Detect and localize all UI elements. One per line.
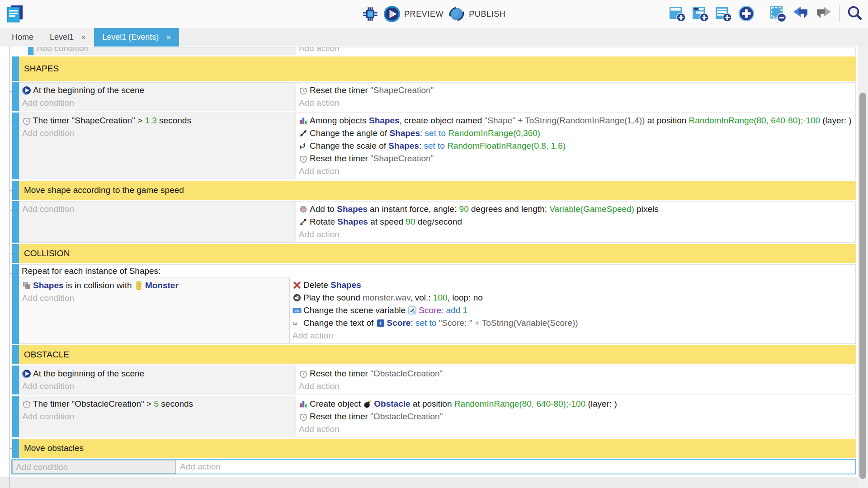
action-line[interactable]: Reset the timer "ObstacleCreation" [299,367,853,380]
add-action-link[interactable]: Add action [299,165,853,178]
event-marker[interactable] [12,82,19,111]
event-marker[interactable] [12,439,19,458]
conditions-cell[interactable]: Add condition [19,201,296,243]
condition-line[interactable]: At the beginning of the scene [22,367,293,380]
app-logo-icon[interactable] [5,5,24,23]
undo-button[interactable] [792,5,809,22]
conditions-cell[interactable]: At the beginning of the sceneAdd conditi… [19,366,296,394]
redo-button[interactable] [815,5,832,22]
condition-line[interactable]: The timer "ObstacleCreation" > 5 seconds [22,398,293,410]
group-row[interactable]: SHAPES [12,56,856,81]
add-action-link[interactable]: Add action [299,423,853,436]
add-action-link[interactable]: Add action [299,380,853,393]
condition-line[interactable]: Shapes is in collision with Monster [22,279,287,292]
event-marker[interactable] [12,396,19,437]
text-segment: pixels [634,204,659,214]
add-condition-link[interactable]: Add condition [22,203,293,216]
conditions-cell[interactable]: The timer "ObstacleCreation" > 5 seconds… [19,396,296,437]
event-marker[interactable] [12,345,19,364]
add-condition-link[interactable]: Add condition [16,460,175,474]
action-line[interactable]: Reset the timer "ShapeCreation" [299,152,853,165]
add-action-link[interactable]: Add action [180,460,221,473]
tab-close-icon[interactable]: × [81,33,86,42]
action-line[interactable]: Add to Shapes an instant force, angle: 9… [299,203,853,216]
add-comment-button[interactable] [715,5,732,22]
actions-cell[interactable]: Add action [176,460,221,474]
actions-cell[interactable]: Reset the timer "ShapeCreation"Add actio… [296,82,856,111]
actions-cell[interactable]: Add to Shapes an instant force, angle: 9… [296,201,856,243]
conditions-cell[interactable]: Add condition [12,460,176,474]
action-line[interactable]: Change the angle of Shapes: set to Rando… [299,127,853,140]
add-condition-link[interactable]: Add condition [22,127,293,140]
play-icon [383,5,401,23]
event-marker[interactable] [12,181,19,200]
text-segment: Obstacle [374,399,410,408]
rotate-icon [299,217,308,226]
delete-selection-button[interactable] [769,5,786,22]
group-row[interactable]: Move shape according to the game speed [12,181,856,200]
event-marker[interactable] [12,366,19,394]
text-segment: Shapes [389,128,420,138]
action-line[interactable]: Rotate Shapes at speed 90 deg/second [299,216,853,228]
event-marker[interactable] [28,47,33,55]
condition-line[interactable]: The timer "ShapeCreation" > 1.3 seconds [22,114,293,127]
add-action-link[interactable]: Add action [299,228,853,241]
add-subevent-button[interactable] [692,5,709,22]
preview-button[interactable]: PREVIEW [383,5,443,23]
action-line[interactable]: VarChange the scene variable Score: add … [292,304,853,317]
action-line[interactable]: Play the sound monster.wav, vol.: 100, l… [292,291,853,304]
conditions-cell[interactable]: Shapes is in collision with MonsterAdd c… [19,277,290,343]
action-line[interactable]: Among objects Shapes, create object name… [299,114,853,127]
add-condition-link[interactable]: Add condition [22,380,293,393]
group-row[interactable]: Move obstacles [12,439,856,458]
group-row[interactable]: OBSTACLE [12,345,856,364]
action-line[interactable]: Change the scale of Shapes: set to Rando… [299,140,853,152]
event-marker[interactable] [12,56,19,81]
event-marker[interactable] [12,264,19,344]
action-line[interactable]: Reset the timer "ShapeCreation" [299,84,853,97]
condition-line[interactable]: At the beginning of the scene [22,84,293,97]
action-line[interactable]: Delete Shapes [292,279,853,291]
monster-icon [134,281,143,290]
event-marker[interactable] [12,201,19,243]
publish-button[interactable]: PUBLISH [448,5,505,23]
selected-event-row[interactable]: Add conditionAdd action [11,459,856,474]
actions-cell[interactable]: Reset the timer "ObstacleCreation"Add ac… [296,366,856,394]
add-event-button[interactable] [669,5,686,22]
action-line[interactable]: txtChange the text of TScore: set to "Sc… [292,317,853,329]
add-event-circle-button[interactable] [738,5,755,22]
action-line[interactable]: Create object Obstacle at position Rando… [299,398,853,410]
actions-cell[interactable]: Among objects Shapes, create object name… [296,113,856,179]
foreach-header[interactable]: Repeat for each instance of Shapes: [19,265,855,277]
add-condition-link[interactable]: Add condition [22,410,293,423]
add-action-link[interactable]: Add action [292,329,853,342]
tab-home[interactable]: Home [4,28,42,47]
add-condition-link[interactable]: Add condition [22,97,293,109]
conditions-cell[interactable]: At the beginning of the sceneAdd conditi… [19,82,296,111]
actions-cell[interactable]: Create object Obstacle at position Rando… [296,396,856,437]
search-button[interactable] [846,5,863,22]
add-action-link[interactable]: Add action [299,47,853,55]
add-condition-link[interactable]: Add condition [37,47,293,55]
actions-cell[interactable]: Add action [296,47,856,55]
conditions-cell[interactable]: The timer "ShapeCreation" > 1.3 secondsA… [19,113,296,179]
vertical-scrollbar[interactable] [858,47,868,488]
event-marker[interactable] [12,113,19,179]
tab-level1[interactable]: Level1× [42,28,94,47]
text-segment: "ShapeCreation" [370,154,434,163]
tab-level1-events[interactable]: Level1 (Events)× [94,28,179,47]
svg-text:T: T [379,321,382,326]
debug-button[interactable] [362,5,379,23]
tab-close-icon[interactable]: × [166,33,171,42]
scrollbar-thumb[interactable] [859,93,866,479]
add-action-link[interactable]: Add action [299,97,853,109]
text-segment: RandomInRange(0,360) [448,128,540,138]
actions-cell[interactable]: Delete ShapesPlay the sound monster.wav,… [290,277,855,343]
group-row[interactable]: COLLISION [12,244,856,263]
timer-icon [22,399,31,408]
event-marker[interactable] [12,244,19,263]
add-condition-link[interactable]: Add condition [22,292,287,305]
conditions-cell[interactable]: Add condition [33,47,296,55]
angle-icon [299,129,308,138]
action-line[interactable]: Reset the timer "ObstacleCreation" [299,410,853,423]
